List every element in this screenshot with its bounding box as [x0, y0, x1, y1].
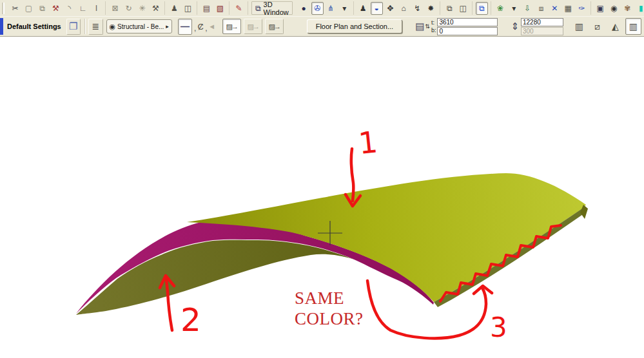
- markup-pencil-icon[interactable]: ✎: [233, 2, 245, 15]
- clipboard-group: ⧉◫: [441, 1, 473, 15]
- edit-tools-group: ✂▢⧉⚒◝∟Ⅰ: [6, 1, 106, 15]
- annotation-label-1: 1: [357, 124, 380, 161]
- paw-icon[interactable]: ✾: [621, 2, 634, 15]
- eye-icon: ◉: [110, 23, 116, 31]
- line-dropdown-mark[interactable]: ,: [194, 24, 196, 33]
- walkthrough-group: ♟◒✥⌂↯✸: [355, 1, 440, 15]
- fill-handle-gray-button[interactable]: ▨→: [244, 19, 262, 34]
- drop-anchor-icon[interactable]: ⇩: [522, 2, 534, 15]
- default-settings-label: Default Settings: [6, 23, 65, 30]
- home-icon[interactable]: ⌂: [398, 2, 410, 15]
- column-shape-group: ▥⧄◭▥: [571, 18, 641, 35]
- column-height-icon: ⇕: [511, 21, 519, 32]
- separator: [84, 19, 85, 34]
- plant-icon[interactable]: ❀: [494, 2, 507, 15]
- copy-element-icon[interactable]: ◫: [182, 2, 194, 15]
- arc-dropdown-mark[interactable]: ,: [205, 24, 207, 33]
- info-toolbar: Default Settings ❐ ≣ ◉ Structural - Be..…: [0, 17, 644, 37]
- figure-tools-group: ♟◫: [166, 1, 197, 15]
- fold-rect-icon[interactable]: ▢: [23, 2, 35, 15]
- corner-tool-icon[interactable]: ∟: [77, 2, 89, 15]
- paint-brush-icon[interactable]: ✑: [576, 2, 588, 15]
- tripod-dropdown-icon[interactable]: ▾: [338, 2, 351, 15]
- top-offset-label: t:: [431, 20, 436, 26]
- actor-flash-icon[interactable]: ↯: [411, 2, 424, 15]
- walk-person-icon[interactable]: ♟: [357, 2, 369, 15]
- beam-tool-icon[interactable]: Ⅰ: [90, 2, 102, 15]
- cut-x-icon[interactable]: ✕: [549, 2, 561, 15]
- paste-clipboard-icon[interactable]: ◫: [457, 2, 469, 15]
- window-tools-group: ▣◉✾▮: [592, 1, 644, 15]
- line-icon: —: [181, 21, 190, 32]
- height-input[interactable]: [521, 18, 563, 26]
- hammer-icon[interactable]: ⚒: [150, 2, 162, 15]
- column-straight-button[interactable]: ▥: [571, 18, 587, 35]
- annotation-question-text: SAME COLOR?: [295, 288, 364, 330]
- camera-icon[interactable]: ◉: [608, 2, 620, 15]
- layer-dropdown[interactable]: ◉ Structural - Be... ▸: [106, 19, 172, 33]
- column-base-button[interactable]: ▥: [625, 18, 641, 35]
- copy-rect-icon[interactable]: ⧉: [36, 2, 48, 15]
- blue-clipboard-icon[interactable]: ⧉: [476, 2, 488, 15]
- layers-icon: ≣: [92, 21, 100, 32]
- 3d-window-button[interactable]: ⧉ 3D Window: [251, 1, 293, 15]
- layer-dropdown-label: Structural - Be...: [117, 23, 164, 30]
- bottom-offset-input[interactable]: [437, 27, 498, 35]
- toolbars: ✂▢⧉⚒◝∟Ⅰ ⊠↻✳⚒ ♟◫ ▤▧ ✎ ⧉ 3D Window ●✇⋔▾ ♟◒…: [0, 0, 644, 37]
- toolbar-grip[interactable]: [2, 3, 5, 14]
- 3d-window-label: 3D Window: [264, 1, 289, 16]
- copy-clipboard-icon[interactable]: ⧉: [444, 2, 456, 15]
- vr-helmet-icon[interactable]: ◒: [371, 2, 383, 15]
- layers-button[interactable]: ≣: [88, 19, 102, 35]
- updown-arrows-icon: ⇅: [425, 23, 430, 30]
- top-offset-input[interactable]: [437, 18, 498, 26]
- markup-tools-group: ✎: [230, 1, 248, 15]
- height-cluster: ⇕: [511, 18, 563, 35]
- delete-box-icon[interactable]: ⊠: [109, 2, 121, 15]
- modify-tools-group: ⊠↻✳⚒: [106, 1, 165, 15]
- print-icon[interactable]: ▤: [200, 2, 213, 15]
- floor-plan-settings-button[interactable]: Floor Plan and Section...: [307, 19, 402, 33]
- question-line-1: SAME: [295, 288, 364, 309]
- flyout-arrow-icon: ▸: [166, 23, 169, 30]
- explore-camera-icon[interactable]: ✇: [311, 2, 324, 15]
- fill-handle-button[interactable]: ▨→: [222, 19, 241, 34]
- walk-figure-icon[interactable]: ♟: [168, 2, 181, 15]
- active-clipboard-group: ⧉: [473, 1, 491, 15]
- output-tools-group: ▤▧: [198, 1, 229, 15]
- wall-section-icon: ▤: [415, 21, 424, 32]
- line-type-button[interactable]: —: [178, 19, 192, 35]
- 3d-window-icon: ⧉: [255, 4, 261, 13]
- orbit-sphere-icon[interactable]: ●: [298, 2, 310, 15]
- main-toolbar: ✂▢⧉⚒◝∟Ⅰ ⊠↻✳⚒ ♟◫ ▤▧ ✎ ⧉ 3D Window ●✇⋔▾ ♟◒…: [0, 0, 644, 17]
- settings-box-icon: ❐: [69, 21, 77, 32]
- view-options-group: ❀▾⇩⧈✕▦✑: [492, 1, 591, 15]
- info-toolbar-handle[interactable]: [0, 18, 3, 35]
- element-settings-button[interactable]: ❐: [66, 19, 81, 35]
- 3d-nav-group: ●✇⋔▾: [295, 1, 354, 15]
- plant-dropdown-icon[interactable]: ▾: [508, 2, 520, 15]
- fill-direction-group: ▨→▨→▨→: [221, 19, 285, 34]
- flag-icon[interactable]: ◄: [208, 23, 216, 30]
- annotation-label-3: 3: [490, 312, 507, 343]
- explode-icon[interactable]: ✳: [136, 2, 148, 15]
- thickness-input[interactable]: [521, 27, 563, 35]
- pan-arrows-icon[interactable]: ✥: [384, 2, 396, 15]
- fill-vector-button[interactable]: ▨→: [265, 19, 284, 34]
- picture-export-icon[interactable]: ⧈: [535, 2, 547, 15]
- camera-burst-icon[interactable]: ✸: [425, 2, 437, 15]
- tripod-icon[interactable]: ⋔: [325, 2, 337, 15]
- column-tapered-button[interactable]: ◭: [607, 18, 623, 35]
- scissors-icon[interactable]: ✂: [9, 2, 21, 15]
- rotate-icon[interactable]: ↻: [122, 2, 135, 15]
- fillet-arc-icon[interactable]: ◝: [63, 2, 75, 15]
- pick-hammer-icon[interactable]: ⚒: [50, 2, 62, 15]
- column-slanted-button[interactable]: ⧄: [589, 18, 605, 35]
- dark-window-icon[interactable]: ▣: [594, 2, 607, 15]
- teal-column-icon[interactable]: ▮: [635, 2, 644, 15]
- publish-icon[interactable]: ▧: [214, 2, 226, 15]
- arc-pen-icon[interactable]: Ȼ: [197, 22, 204, 32]
- window-grid-icon[interactable]: ▦: [562, 2, 574, 15]
- offset-cluster: ▤ ⇅ t: b:: [415, 18, 498, 35]
- question-line-2: COLOR?: [295, 309, 364, 330]
